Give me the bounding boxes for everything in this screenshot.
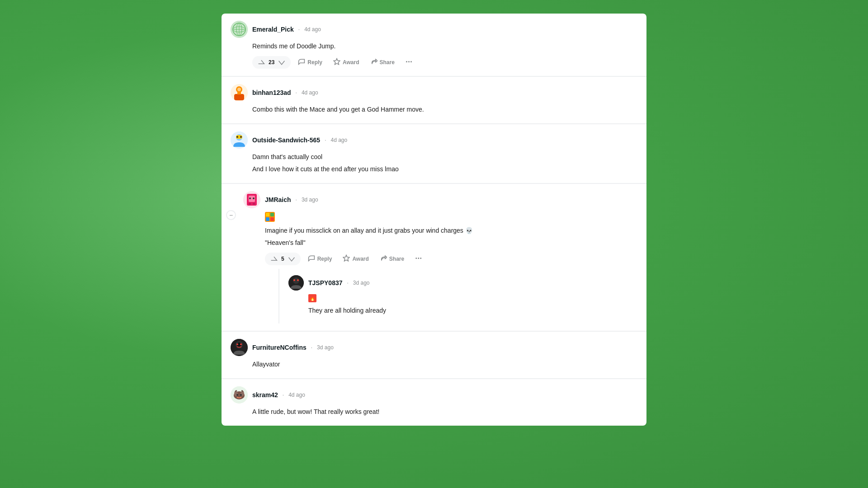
comment-time: 3d ago xyxy=(317,344,334,351)
svg-point-44 xyxy=(240,394,242,396)
svg-point-14 xyxy=(236,136,238,138)
svg-point-22 xyxy=(253,197,255,199)
comment-emerald: Emerald_Pick · 4d ago Reminds me of Dood… xyxy=(222,14,646,76)
comment-text-2: And I love how it cuts at the end after … xyxy=(252,164,637,174)
more-options-button[interactable]: ··· xyxy=(402,56,416,69)
avatar xyxy=(231,386,248,404)
comment-username[interactable]: JMRaich xyxy=(265,196,291,203)
svg-point-37 xyxy=(236,343,238,345)
nested-username[interactable]: TJSPY0837 xyxy=(308,279,343,286)
upvote-button[interactable] xyxy=(269,254,278,263)
nested-text: They are all holding already xyxy=(308,306,631,315)
award-icon xyxy=(333,58,340,67)
comment-username[interactable]: skram42 xyxy=(252,391,278,399)
share-button[interactable]: Share xyxy=(376,253,408,265)
avatar xyxy=(231,339,248,356)
comment-time: 4d ago xyxy=(302,89,318,96)
comment-text-2: "Heaven's fall" xyxy=(265,238,637,248)
comment-time: 4d ago xyxy=(331,137,348,143)
share-icon xyxy=(380,254,387,263)
upvote-button[interactable] xyxy=(257,58,266,67)
vote-section: 23 xyxy=(252,56,291,69)
comment-timestamp: · xyxy=(298,26,300,33)
dot: · xyxy=(296,89,297,96)
downvote-button[interactable] xyxy=(287,254,296,263)
comment-time: 4d ago xyxy=(304,26,321,33)
comment-text: Combo this with the Mace and you get a G… xyxy=(252,105,637,114)
avatar xyxy=(231,131,248,149)
svg-text:🔥: 🔥 xyxy=(310,296,316,301)
nested-comment-tjspy: TJSPY0837 · 3d ago 🔥 They are all holdin… xyxy=(278,269,637,324)
avatar xyxy=(288,275,304,291)
reply-icon xyxy=(308,254,315,263)
svg-rect-25 xyxy=(270,213,274,216)
comments-feed: Emerald_Pick · 4d ago Reminds me of Dood… xyxy=(222,14,646,426)
svg-point-43 xyxy=(236,394,238,396)
comment-outside: Outside-Sandwich-565 · 4d ago Damn that'… xyxy=(222,124,646,183)
avatar xyxy=(231,84,248,101)
vote-count: 5 xyxy=(280,256,285,262)
downvote-button[interactable] xyxy=(277,58,286,67)
svg-point-30 xyxy=(293,279,295,281)
reply-icon xyxy=(298,58,305,67)
share-button[interactable]: Share xyxy=(367,56,398,69)
vote-count: 23 xyxy=(268,59,275,66)
svg-point-9 xyxy=(237,88,241,91)
comment-text: Allayvator xyxy=(252,360,637,369)
comment-time: 4d ago xyxy=(288,392,305,398)
comment-username[interactable]: Emerald_Pick xyxy=(252,26,294,33)
award-icon xyxy=(343,254,350,263)
share-icon xyxy=(370,58,377,67)
comment-text-1: Imagine if you missclick on an allay and… xyxy=(265,226,637,235)
comment-username[interactable]: Outside-Sandwich-565 xyxy=(252,136,320,144)
action-bar: 5 Reply Award xyxy=(265,252,637,265)
comment-text: A little rude, but wow! That really work… xyxy=(252,407,637,417)
award-button[interactable]: Award xyxy=(339,253,372,265)
svg-rect-26 xyxy=(266,217,269,221)
svg-point-21 xyxy=(249,197,251,199)
comment-binhan: binhan123ad · 4d ago Combo this with the… xyxy=(222,77,646,124)
nested-flair: 🔥 xyxy=(308,294,631,304)
comment-text-1: Damn that's actually cool xyxy=(252,152,637,162)
svg-rect-19 xyxy=(249,203,251,205)
comment-furniture: FurnitureNCoffins · 3d ago Allayvator xyxy=(222,332,646,379)
nested-time: 3d ago xyxy=(353,280,370,286)
svg-rect-27 xyxy=(270,217,274,221)
svg-rect-24 xyxy=(266,213,269,216)
comment-skram: skram42 · 4d ago A little rude, but wow!… xyxy=(222,379,646,426)
dot: · xyxy=(296,197,297,203)
reply-button[interactable]: Reply xyxy=(304,253,336,265)
comment-username[interactable]: FurnitureNCoffins xyxy=(252,344,307,351)
svg-point-31 xyxy=(297,279,299,281)
comment-text: Reminds me of Doodle Jump. xyxy=(252,42,637,51)
svg-point-38 xyxy=(240,343,242,345)
action-bar: 23 Reply Award xyxy=(252,56,637,69)
avatar xyxy=(243,191,260,208)
svg-rect-8 xyxy=(234,94,244,100)
award-button[interactable]: Award xyxy=(330,56,363,69)
svg-point-15 xyxy=(240,136,242,138)
svg-rect-20 xyxy=(253,203,255,205)
comment-jmraich: − JMRaich · 3d ago xyxy=(222,184,646,331)
avatar xyxy=(231,21,248,38)
comment-time: 3d ago xyxy=(302,197,318,203)
vote-section: 5 xyxy=(265,253,301,265)
collapse-button[interactable]: − xyxy=(226,210,236,220)
comment-username[interactable]: binhan123ad xyxy=(252,89,291,96)
dot: · xyxy=(325,137,326,143)
svg-rect-10 xyxy=(237,92,241,94)
more-options-button[interactable]: ··· xyxy=(411,252,425,265)
user-flair xyxy=(265,212,275,223)
reply-button[interactable]: Reply xyxy=(294,56,326,69)
